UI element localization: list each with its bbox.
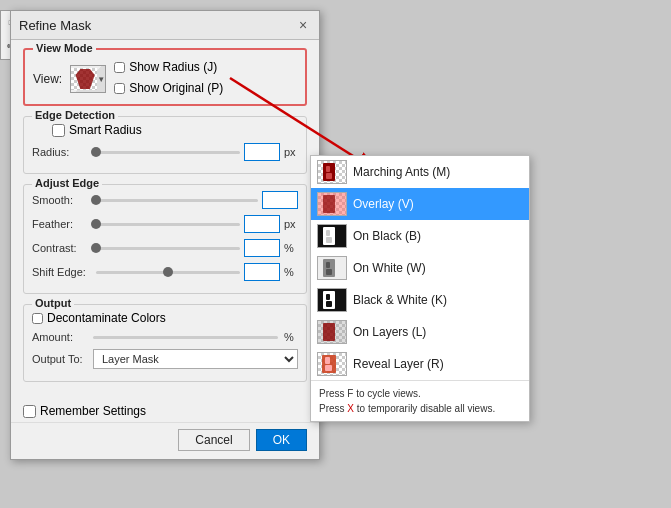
dialog-body: View Mode View: ▼ Show Radius (J) — [11, 40, 319, 400]
smart-radius-label: Smart Radius — [69, 123, 142, 137]
footer-x-key: X — [347, 403, 354, 414]
remember-checkbox[interactable] — [23, 405, 36, 418]
shift-slider[interactable] — [96, 271, 240, 274]
radius-label: Radius: — [32, 146, 92, 158]
radius-thumb — [91, 147, 101, 157]
show-original-row: Show Original (P) — [114, 81, 223, 95]
on-white-thumb — [317, 256, 347, 280]
show-original-checkbox[interactable] — [114, 83, 125, 94]
feather-label: Feather: — [32, 218, 92, 230]
amount-row: Amount: % — [32, 331, 298, 343]
remember-label: Remember Settings — [40, 404, 146, 418]
dropdown-arrow: ▼ — [97, 75, 105, 84]
svg-rect-13 — [326, 294, 330, 300]
radius-row: Radius: 3.0 px — [32, 143, 298, 161]
smooth-row: Smooth: 0 — [32, 191, 298, 209]
thumb-figure — [73, 69, 97, 89]
svg-rect-5 — [323, 195, 335, 213]
adjust-edge-label: Adjust Edge — [32, 177, 102, 189]
svg-rect-8 — [326, 237, 332, 243]
contrast-slider[interactable] — [96, 247, 240, 250]
amount-label: Amount: — [32, 331, 87, 343]
footer-line2-text: to temporarily disable all views. — [357, 403, 495, 414]
show-radius-checkbox[interactable] — [114, 62, 125, 73]
view-label: View: — [33, 72, 62, 86]
view-thumbnail[interactable]: ▼ — [70, 65, 106, 93]
ok-button[interactable]: OK — [256, 429, 307, 451]
dropdown-item-on-layers[interactable]: On Layers (L) — [311, 316, 529, 348]
smooth-thumb — [91, 195, 101, 205]
dropdown-item-reveal-layer[interactable]: Reveal Layer (R) — [311, 348, 529, 380]
feather-input[interactable]: 0.0 — [244, 215, 280, 233]
output-to-select[interactable]: Layer Mask — [93, 349, 298, 369]
dialog-titlebar: Refine Mask × — [11, 11, 319, 40]
feather-row: Feather: 0.0 px — [32, 215, 298, 233]
radius-input[interactable]: 3.0 — [244, 143, 280, 161]
shift-row: Shift Edge: 0 % — [32, 263, 298, 281]
shift-thumb — [163, 267, 173, 277]
dialog-title: Refine Mask — [19, 18, 91, 33]
smooth-input[interactable]: 0 — [262, 191, 298, 209]
smooth-slider[interactable] — [96, 199, 258, 202]
dropdown-item-on-black[interactable]: On Black (B) — [311, 220, 529, 252]
smart-radius-row: Smart Radius — [32, 123, 298, 137]
view-mode-section: View Mode View: ▼ Show Radius (J) — [23, 48, 307, 106]
feather-thumb — [91, 219, 101, 229]
contrast-row: Contrast: 0 % — [32, 239, 298, 257]
cancel-button[interactable]: Cancel — [178, 429, 249, 451]
button-row: Cancel OK — [11, 422, 319, 459]
marching-ants-thumb — [317, 160, 347, 184]
svg-rect-15 — [323, 323, 335, 341]
svg-rect-11 — [326, 269, 332, 275]
overlay-label: Overlay (V) — [353, 197, 414, 211]
svg-rect-4 — [326, 173, 332, 179]
decontaminate-row: Decontaminate Colors — [32, 311, 298, 325]
svg-rect-7 — [326, 230, 330, 236]
shift-label: Shift Edge: — [32, 266, 92, 278]
radius-unit: px — [284, 146, 298, 158]
svg-rect-10 — [326, 262, 330, 268]
contrast-input[interactable]: 0 — [244, 239, 280, 257]
dropdown-item-marching-ants[interactable]: Marching Ants (M) — [311, 156, 529, 188]
footer-line1: Press F to cycle views. — [319, 386, 521, 401]
contrast-thumb — [91, 243, 101, 253]
svg-rect-14 — [326, 301, 332, 307]
radius-slider[interactable] — [96, 151, 240, 154]
decontaminate-checkbox[interactable] — [32, 313, 43, 324]
amount-unit: % — [284, 331, 298, 343]
on-black-label: On Black (B) — [353, 229, 421, 243]
on-layers-thumb — [317, 320, 347, 344]
reveal-layer-thumb — [317, 352, 347, 376]
refine-mask-dialog: Refine Mask × View Mode View: ▼ Show Rad… — [10, 10, 320, 460]
checker-pattern — [318, 161, 346, 183]
contrast-label: Contrast: — [32, 242, 92, 254]
output-to-row: Output To: Layer Mask — [32, 349, 298, 369]
black-white-thumb — [317, 288, 347, 312]
smooth-label: Smooth: — [32, 194, 92, 206]
svg-rect-3 — [326, 166, 330, 172]
adjust-edge-section: Adjust Edge Smooth: 0 Feather: 0.0 px Co… — [23, 184, 307, 294]
feather-unit: px — [284, 218, 298, 230]
shift-input[interactable]: 0 — [244, 263, 280, 281]
edge-detection-label: Edge Detection — [32, 109, 118, 121]
smart-radius-checkbox[interactable] — [52, 124, 65, 137]
dropdown-item-overlay[interactable]: Overlay (V) — [311, 188, 529, 220]
dropdown-item-on-white[interactable]: On White (W) — [311, 252, 529, 284]
on-black-thumb — [317, 224, 347, 248]
marching-ants-label: Marching Ants (M) — [353, 165, 450, 179]
on-layers-label: On Layers (L) — [353, 325, 426, 339]
dropdown-item-black-white[interactable]: Black & White (K) — [311, 284, 529, 316]
edge-detection-section: Edge Detection Smart Radius Radius: 3.0 … — [23, 116, 307, 174]
output-label: Output — [32, 297, 74, 309]
amount-slider[interactable] — [93, 336, 278, 339]
show-radius-row: Show Radius (J) — [114, 60, 223, 74]
close-button[interactable]: × — [295, 17, 311, 33]
reveal-layer-label: Reveal Layer (R) — [353, 357, 444, 371]
thumb-inner — [71, 68, 97, 90]
feather-slider[interactable] — [96, 223, 240, 226]
contrast-unit: % — [284, 242, 298, 254]
svg-rect-18 — [325, 365, 332, 371]
show-original-label: Show Original (P) — [129, 81, 223, 95]
view-row: View: ▼ Show Radius (J) Show Original (P… — [33, 60, 297, 98]
overlay-thumb — [317, 192, 347, 216]
